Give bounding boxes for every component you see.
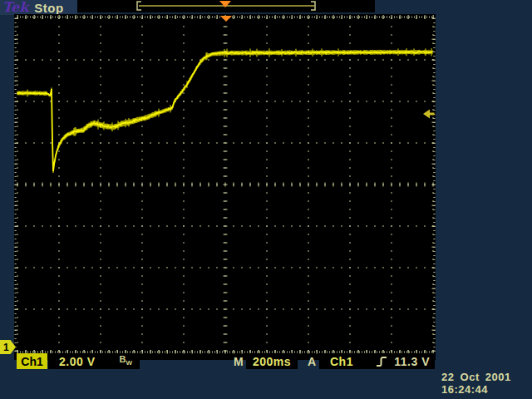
acquisition-status: Stop [34, 1, 63, 15]
tek-logo: Tek [2, 1, 28, 14]
trigger-position-marker-icon [220, 16, 232, 22]
waveform-display [14, 14, 436, 360]
bandwidth-limit-icon: BW [119, 355, 132, 367]
time-label: 16:24:44 [441, 383, 528, 396]
ch1-badge-label: Ch1 [21, 355, 42, 368]
datetime-display: 22 Oct 2001 16:24:44 [441, 371, 528, 396]
record-trigger-position-icon [219, 1, 231, 7]
ch1-badge: Ch1 [17, 353, 47, 369]
status-box: Tek Stop [0, 0, 77, 15]
record-view-bar [77, 0, 375, 12]
ch1-scale-value: 2.00 V [59, 355, 95, 368]
timebase-value: 200ms [253, 355, 291, 368]
rising-edge-icon [376, 356, 387, 367]
trigger-prefix: A [308, 355, 317, 368]
trigger-level-arrow-icon [423, 110, 435, 119]
trigger-readout: Ch1 11.3 V [319, 353, 435, 369]
trigger-source: Ch1 [330, 355, 353, 368]
date-label: 22 Oct 2001 [441, 371, 528, 383]
ch1-ground-marker-label: 1 [3, 342, 9, 353]
record-view-graphic [77, 0, 375, 12]
plot-markers [14, 14, 436, 360]
oscilloscope-screen: Tek Stop 1 Ch1 2.00 V BW M 200ms A [0, 0, 532, 399]
timebase-prefix: M [234, 355, 244, 368]
ch1-scale-readout: 2.00 V BW [48, 353, 140, 369]
timebase-readout: 200ms [246, 353, 298, 369]
trigger-level-value: 11.3 V [394, 355, 430, 368]
